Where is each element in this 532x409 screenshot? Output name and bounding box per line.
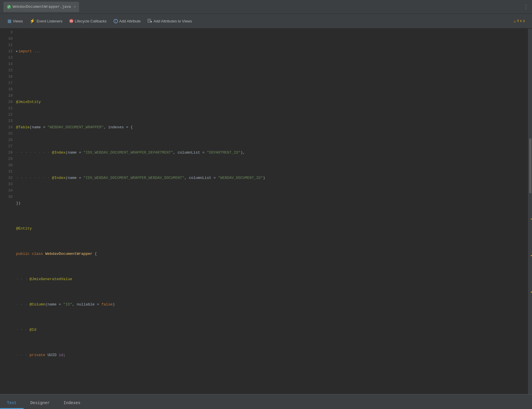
code-line-14: · · · · · · · · @Index(name = "IDX_WEBDA…	[15, 175, 528, 181]
code-line-3: ▶ import ...	[15, 48, 528, 55]
add-attributes-to-views-button[interactable]: Add Attributes to Views	[145, 17, 195, 25]
code-line-10	[15, 74, 528, 80]
warning-indicator-1	[531, 219, 532, 219]
code-line-11: @JmixEntity	[15, 99, 528, 105]
add-attributes-to-views-label: Add Attributes to Views	[154, 19, 192, 23]
views-button[interactable]: ▦ Views	[5, 17, 26, 25]
add-attribute-icon: i	[114, 19, 118, 23]
code-line-22	[15, 377, 528, 384]
scrollbar-thumb[interactable]	[529, 138, 531, 193]
event-listeners-button[interactable]: ⚡ Event Listeners	[27, 17, 65, 25]
file-type-icon: J	[7, 5, 11, 9]
add-attributes-to-views-icon	[148, 18, 152, 24]
code-editor[interactable]: ▶ import ... @JmixEntity @Table(name = "…	[15, 29, 528, 394]
warning-badge[interactable]: ⚠ 4 ∧ ∨	[514, 19, 525, 24]
views-icon: ▦	[7, 18, 12, 24]
add-attribute-button[interactable]: i Add Attribute	[111, 18, 143, 25]
lifecycle-callbacks-label: Lifecycle Callbacks	[75, 19, 107, 23]
warning-icon: ⚠	[514, 19, 516, 24]
code-line-15: })	[15, 200, 528, 207]
lifecycle-callbacks-button[interactable]: m Lifecycle Callbacks	[66, 18, 110, 25]
fold-icon-3[interactable]: ▶	[16, 48, 18, 55]
title-bar: J WebdavDocumentWrapper.java × ⋮	[0, 0, 532, 14]
warning-up-arrow[interactable]: ∧	[520, 19, 522, 23]
code-line-19: · · · @Column(name = "ID", nullable = fa…	[15, 301, 528, 308]
tab-text[interactable]: Text	[0, 398, 24, 409]
toolbar: ▦ Views ⚡ Event Listeners m Lifecycle Ca…	[0, 14, 532, 29]
code-line-16: @Entity	[15, 225, 528, 232]
file-name: WebdavDocumentWrapper.java	[13, 5, 71, 9]
warning-indicator-3	[531, 292, 532, 293]
views-label: Views	[13, 19, 23, 23]
tab-close-button[interactable]: ×	[74, 5, 76, 9]
vertical-scrollbar[interactable]	[528, 29, 532, 394]
code-line-12: @Table(name = "WEBDAV_DOCUMENT_WRAPPER",…	[15, 124, 528, 131]
line-numbers: 3 10 11 12 13 14 15 16 17 18 19 20 21 22…	[0, 29, 15, 394]
file-tab[interactable]: J WebdavDocumentWrapper.java ×	[3, 2, 79, 12]
tab-indexes[interactable]: Indexes	[57, 398, 87, 409]
add-attribute-label: Add Attribute	[119, 19, 141, 23]
warning-indicator-2	[531, 255, 532, 256]
warning-down-arrow[interactable]: ∨	[523, 19, 525, 23]
code-line-21: · · · private UUID id;	[15, 352, 528, 358]
warning-count: 4	[517, 19, 519, 23]
bottom-tabs: Text Designer Indexes	[0, 394, 532, 409]
lifecycle-callbacks-icon: m	[69, 19, 73, 23]
code-line-17: public class WebdavDocumentWrapper {	[15, 251, 528, 257]
title-bar-menu-icon[interactable]: ⋮	[523, 4, 529, 10]
event-listeners-label: Event Listeners	[37, 19, 62, 23]
code-area: 3 10 11 12 13 14 15 16 17 18 19 20 21 22…	[0, 29, 532, 394]
tab-designer[interactable]: Designer	[24, 398, 57, 409]
code-line-13: · · · · · · · · @Index(name = "IDX_WEBDA…	[15, 150, 528, 156]
event-listeners-icon: ⚡	[30, 18, 35, 24]
code-line-20: · · · @Id	[15, 327, 528, 333]
code-line-18: · · · @JmixGeneratedValue	[15, 276, 528, 282]
